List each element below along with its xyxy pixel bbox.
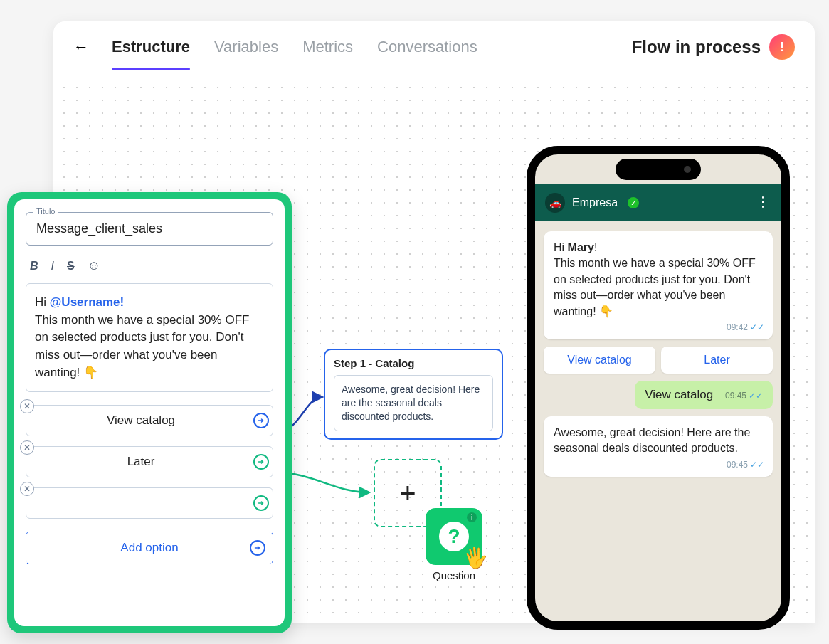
msg1-name: Mary — [568, 241, 594, 253]
alert-icon: ! — [769, 34, 795, 60]
topbar: ← Estructure Variables Metrics Conversat… — [53, 21, 815, 73]
out-text: View catalog — [645, 388, 713, 401]
verified-badge-icon: ✓ — [628, 197, 639, 208]
tab-metrics[interactable]: Metrics — [302, 38, 353, 56]
strike-button[interactable]: S — [67, 260, 75, 273]
option-input-1[interactable] — [26, 405, 273, 436]
step-node[interactable]: Step 1 - Catalog Awesome, great decision… — [324, 349, 503, 440]
italic-button[interactable]: I — [51, 260, 54, 273]
msg1-timestamp: 09:42✓✓ — [727, 322, 764, 334]
add-option-button[interactable]: Add option — [26, 532, 273, 564]
read-ticks-icon: ✓✓ — [749, 391, 763, 401]
add-option-label: Add option — [120, 541, 178, 554]
quick-reply-view-catalog[interactable]: View catalog — [544, 347, 655, 374]
quick-reply-later[interactable]: Later — [661, 347, 773, 374]
question-label: Question — [421, 569, 487, 581]
incoming-message-2: Awesome, great decision! Here are the se… — [544, 416, 773, 477]
msg2-body: Awesome, great decision! Here are the se… — [554, 426, 750, 454]
option-input-3[interactable] — [26, 487, 273, 519]
msg1-body: This month we have a special 30% OFF on … — [554, 257, 756, 317]
question-block[interactable]: i ? 🖐 Question — [421, 508, 487, 581]
msg-body: This month we have a special 30% OFF on … — [35, 313, 249, 379]
chat-body: Hi Mary! This month we have a special 30… — [535, 221, 781, 477]
incoming-message-1: Hi Mary! This month we have a special 30… — [544, 231, 773, 339]
outgoing-message: View catalog 09:45✓✓ — [635, 381, 773, 409]
bold-button[interactable]: B — [30, 260, 38, 273]
tab-conversations[interactable]: Conversations — [377, 38, 477, 56]
option-input-2[interactable] — [26, 446, 273, 477]
emoji-button[interactable]: ☺ — [88, 258, 100, 273]
out-timestamp: 09:45✓✓ — [725, 391, 763, 401]
arrow-right-icon — [250, 540, 265, 556]
title-label: Titulo — [33, 207, 58, 216]
title-value: Message_client_sales — [36, 221, 263, 236]
step-title: Step 1 - Catalog — [334, 357, 493, 369]
option-row-1: ✕ — [26, 405, 273, 436]
phone-notch — [616, 159, 701, 180]
back-arrow-icon[interactable]: ← — [73, 38, 89, 56]
chat-header: 🚗 Empresa ✓ ⋯ — [535, 184, 781, 221]
company-avatar-icon: 🚗 — [545, 193, 565, 213]
username-variable[interactable]: @Username! — [50, 295, 124, 309]
title-field[interactable]: Titulo Message_client_sales — [26, 212, 273, 246]
option-row-3: ✕ — [26, 487, 273, 519]
flow-status: Flow in process ! — [632, 34, 795, 60]
plus-icon: + — [399, 477, 416, 510]
tab-estructure[interactable]: Estructure — [112, 38, 190, 56]
quick-reply-row: View catalog Later — [544, 347, 773, 374]
flow-status-label: Flow in process — [632, 37, 761, 57]
read-ticks-icon: ✓✓ — [750, 322, 764, 332]
connector-icon[interactable] — [253, 413, 269, 428]
info-badge-icon: i — [467, 512, 477, 522]
msg1-suffix: ! — [594, 241, 597, 253]
cursor-hand-icon: 🖐 — [461, 544, 490, 571]
company-name: Empresa — [572, 196, 618, 209]
message-textarea[interactable]: Hi @Username! This month we have a speci… — [26, 283, 273, 392]
kebab-menu-icon[interactable]: ⋯ — [755, 195, 772, 211]
tabs: Estructure Variables Metrics Conversatio… — [112, 38, 477, 56]
editor-inner: Titulo Message_client_sales B I S ☺ Hi @… — [14, 199, 285, 626]
option-row-2: ✕ — [26, 446, 273, 477]
read-ticks-icon: ✓✓ — [750, 460, 764, 470]
question-icon: i ? 🖐 — [426, 508, 482, 565]
phone-preview: 🚗 Empresa ✓ ⋯ Hi Mary! This month we hav… — [527, 146, 790, 630]
step-body: Awesome, great decision! Here are the se… — [334, 375, 493, 431]
tab-variables[interactable]: Variables — [214, 38, 278, 56]
connector-icon[interactable] — [253, 454, 269, 470]
message-editor-card: Titulo Message_client_sales B I S ☺ Hi @… — [7, 192, 292, 633]
format-toolbar: B I S ☺ — [26, 255, 273, 283]
msg1-prefix: Hi — [554, 241, 568, 253]
msg2-timestamp: 09:45✓✓ — [727, 459, 764, 471]
connector-icon[interactable] — [253, 495, 269, 511]
camera-icon — [684, 166, 691, 173]
msg-prefix: Hi — [35, 295, 50, 309]
